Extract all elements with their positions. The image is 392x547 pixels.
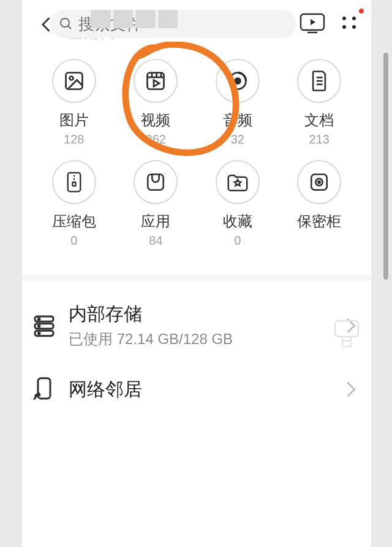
category-count: 84 (149, 234, 162, 248)
document-icon (309, 69, 330, 93)
svg-line-1 (68, 26, 71, 29)
video-icon (145, 70, 167, 92)
storage-list: 内部存储 已使用 72.14 GB/128 GB 网络邻居 (22, 275, 371, 409)
network-title: 网络邻居 (69, 377, 345, 402)
censored-area (89, 9, 179, 29)
category-count: 32 (231, 132, 244, 147)
category-count: 0 (70, 234, 77, 248)
storage-subtitle: 已使用 72.14 GB/128 GB (69, 329, 345, 349)
top-bar: 2 星期四 搜索文件 (22, 0, 371, 49)
category-videos[interactable]: 视频 362 (115, 59, 197, 147)
category-count: 0 (234, 234, 241, 248)
category-label: 保密柜 (297, 212, 341, 231)
svg-point-28 (318, 181, 320, 183)
svg-point-0 (61, 18, 69, 27)
svg-rect-36 (335, 321, 358, 337)
category-grid: 图片 128 视频 362 音频 32 (22, 59, 371, 248)
svg-rect-9 (66, 73, 82, 90)
category-audio[interactable]: 音频 32 (197, 59, 279, 147)
svg-point-34 (38, 332, 40, 334)
svg-rect-24 (72, 182, 75, 186)
category-label: 文档 (304, 110, 334, 130)
svg-point-33 (38, 325, 40, 327)
svg-point-6 (352, 17, 356, 20)
category-documents[interactable]: 文档 213 (279, 59, 361, 147)
category-label: 应用 (141, 212, 170, 231)
svg-point-18 (235, 78, 240, 84)
floating-cast-ghost-inner (342, 336, 352, 347)
notification-dot (359, 9, 364, 13)
svg-point-8 (352, 25, 356, 29)
category-safe[interactable]: 保密柜 (279, 160, 361, 248)
category-count: 213 (309, 132, 330, 147)
svg-point-10 (69, 77, 73, 80)
category-images[interactable]: 图片 128 (33, 59, 115, 147)
archive-icon (64, 171, 84, 193)
audio-icon (227, 70, 249, 92)
svg-point-32 (38, 318, 40, 319)
internal-storage-row[interactable]: 内部存储 已使用 72.14 GB/128 GB (22, 296, 371, 355)
network-icon (32, 376, 69, 403)
storage-icon (32, 313, 69, 338)
image-icon (63, 70, 85, 92)
svg-point-7 (342, 25, 346, 29)
safe-icon (309, 172, 330, 193)
search-icon (59, 17, 74, 31)
app-icon (145, 172, 166, 193)
category-label: 音频 (223, 110, 252, 130)
category-apps[interactable]: 应用 84 (115, 160, 197, 248)
page-scrollbar[interactable] (383, 53, 388, 280)
svg-marker-16 (154, 80, 159, 87)
chevron-right-icon (345, 381, 356, 398)
favorite-icon (227, 172, 249, 192)
cast-icon[interactable] (299, 12, 326, 34)
network-neighborhood-row[interactable]: 网络邻居 (22, 370, 371, 409)
storage-title: 内部存储 (69, 302, 345, 327)
category-label: 图片 (59, 110, 89, 130)
category-label: 视频 (141, 110, 170, 130)
svg-marker-3 (311, 19, 315, 25)
category-favorites[interactable]: 收藏 0 (197, 160, 279, 248)
category-count: 128 (64, 132, 84, 147)
category-archives[interactable]: 压缩包 0 (33, 160, 115, 248)
category-label: 收藏 (223, 212, 252, 231)
category-label: 压缩包 (52, 212, 96, 231)
more-icon[interactable] (339, 13, 364, 33)
svg-point-5 (342, 17, 346, 20)
file-manager-screen: 2 星期四 搜索文件 (22, 0, 371, 547)
category-count: 362 (146, 132, 166, 147)
